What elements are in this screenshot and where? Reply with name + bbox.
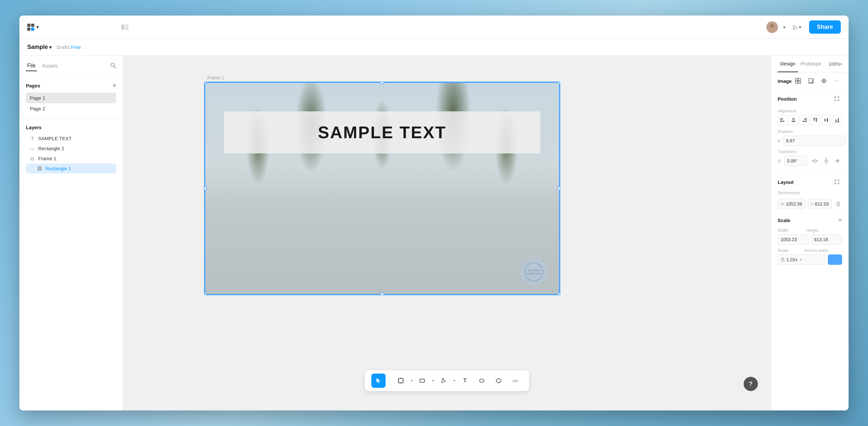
user-avatar-button[interactable] bbox=[766, 21, 778, 33]
svg-point-7 bbox=[525, 263, 543, 281]
svg-rect-10 bbox=[399, 379, 403, 383]
align-top-button[interactable] bbox=[810, 115, 820, 125]
scale-dropdown-container[interactable]: 1.01x ▾ bbox=[778, 255, 825, 265]
tab-prototype[interactable]: Prototype bbox=[798, 56, 824, 72]
app-name-dropdown[interactable]: ▾ bbox=[36, 24, 39, 30]
sidebar-tab-file[interactable]: File bbox=[26, 61, 37, 71]
selection-handle-br[interactable] bbox=[557, 292, 560, 295]
selection-handle-bm[interactable] bbox=[380, 292, 384, 295]
page-1-label: Page 1 bbox=[30, 95, 45, 101]
height-label: H bbox=[811, 202, 814, 206]
play-icon: ▷ bbox=[793, 24, 798, 31]
transform-label: Transform bbox=[778, 149, 797, 154]
align-left-button[interactable] bbox=[778, 115, 787, 125]
project-bar: Sample ▾ Drafts Free bbox=[20, 39, 848, 56]
pen-tool-dropdown[interactable]: ▾ bbox=[454, 379, 455, 383]
layer-frame-1[interactable]: ⊟ Frame 1 bbox=[26, 154, 116, 163]
width-field[interactable]: W 1052.56 bbox=[778, 199, 805, 209]
tool-frame-button[interactable] bbox=[394, 373, 408, 388]
flip-h-icon[interactable] bbox=[811, 156, 819, 166]
layer-rectangle-2[interactable]: — Rectangle 2 bbox=[26, 143, 116, 154]
play-dropdown-arrow[interactable]: ▾ bbox=[799, 25, 801, 29]
text-layer-icon: T bbox=[29, 136, 36, 141]
canvas-area[interactable]: Frame 1 SAMPLE TEXT MOUNTAIN ADVENTURE bbox=[123, 56, 771, 411]
svg-rect-20 bbox=[798, 78, 801, 80]
align-center-h-button[interactable] bbox=[789, 115, 798, 125]
zoom-indicator[interactable]: 100% bbox=[829, 62, 840, 67]
svg-rect-22 bbox=[798, 81, 801, 84]
scale-dropdown-arrow[interactable]: ▾ bbox=[800, 258, 802, 262]
position-expand-icon[interactable] bbox=[832, 94, 842, 104]
watermark-icon: MOUNTAIN ADVENTURE bbox=[524, 262, 544, 282]
rect-tool-dropdown[interactable]: ▾ bbox=[432, 379, 434, 383]
layout-expand-icon[interactable] bbox=[832, 177, 842, 187]
more-transform-icon[interactable] bbox=[833, 156, 842, 166]
svg-rect-21 bbox=[796, 81, 798, 84]
tool-pen-button[interactable] bbox=[437, 373, 451, 388]
svg-rect-40 bbox=[816, 118, 817, 122]
bottom-toolbar: ▾ ▾ ▾ T bbox=[365, 370, 529, 391]
height-field[interactable]: H 612.03 bbox=[808, 199, 832, 209]
project-name[interactable]: Sample ▾ bbox=[27, 44, 52, 51]
tool-ellipse-button[interactable] bbox=[475, 373, 489, 388]
dimensions-label: Dimensions bbox=[778, 190, 800, 195]
image-crop-icon[interactable] bbox=[819, 76, 829, 86]
share-button[interactable]: Share bbox=[809, 21, 841, 34]
project-dropdown-arrow[interactable]: ▾ bbox=[49, 45, 52, 50]
svg-point-25 bbox=[823, 80, 825, 81]
layer-rectangle-1[interactable]: 🖼 Rectangle 1 bbox=[26, 163, 116, 173]
scale-anchor-labels: Scale Anchor point bbox=[778, 248, 828, 253]
more-transform-icon-svg bbox=[835, 158, 840, 163]
zoom-dropdown-arrow[interactable]: ▾ bbox=[840, 62, 842, 66]
tab-design[interactable]: Design bbox=[778, 56, 798, 72]
canvas-frame[interactable]: SAMPLE TEXT MOUNTAIN ADVENTURE bbox=[204, 81, 560, 295]
lock-ratio-icon[interactable] bbox=[834, 199, 842, 209]
play-button[interactable]: ▷ ▾ bbox=[790, 22, 804, 33]
avatar-dropdown-arrow[interactable]: ▾ bbox=[783, 25, 785, 30]
align-bottom-button[interactable] bbox=[832, 115, 842, 125]
svg-rect-39 bbox=[814, 118, 814, 121]
layer-name-rect1: Rectangle 1 bbox=[45, 166, 71, 171]
align-middle-v-button[interactable] bbox=[822, 115, 831, 125]
page-item-1[interactable]: Page 1 bbox=[26, 93, 116, 103]
tool-code-button[interactable]: </> bbox=[508, 373, 523, 388]
tool-text-button[interactable]: T bbox=[458, 373, 472, 388]
layer-sample-text[interactable]: T SAMPLE TEXT bbox=[26, 133, 116, 143]
layer-name-rect2: Rectangle 2 bbox=[38, 146, 64, 151]
svg-rect-37 bbox=[803, 121, 806, 122]
logo-button[interactable]: ▾ bbox=[27, 24, 39, 31]
pen-tool-icon bbox=[440, 378, 447, 384]
layer-name-frame1: Frame 1 bbox=[38, 156, 56, 161]
search-icon[interactable] bbox=[110, 62, 116, 70]
help-button[interactable]: ? bbox=[744, 377, 758, 391]
scale-width-input[interactable] bbox=[778, 234, 809, 245]
scale-inputs-row bbox=[778, 234, 842, 245]
flip-v-icon[interactable] bbox=[822, 156, 831, 166]
image-grid-icon[interactable] bbox=[793, 76, 803, 86]
page-item-2[interactable]: Page 2 bbox=[26, 103, 116, 114]
flip-horizontal-icon-svg bbox=[812, 158, 817, 163]
image-resize-icon[interactable] bbox=[806, 76, 816, 86]
svg-line-6 bbox=[114, 66, 116, 68]
align-right-button[interactable] bbox=[800, 115, 809, 125]
image-panel-label: Image bbox=[778, 78, 792, 84]
tool-polygon-button[interactable] bbox=[492, 373, 506, 388]
more-dots-label: ··· bbox=[834, 78, 839, 84]
add-page-button[interactable]: + bbox=[113, 82, 116, 89]
scale-height-input[interactable] bbox=[811, 234, 842, 245]
close-scale-button[interactable]: ✕ bbox=[838, 217, 842, 223]
image-more-icon[interactable]: ··· bbox=[832, 76, 842, 86]
frame-tool-dropdown[interactable]: ▾ bbox=[411, 379, 413, 383]
align-bottom-icon bbox=[835, 118, 839, 122]
panel-toggle-button[interactable] bbox=[119, 21, 131, 33]
position-x-input[interactable] bbox=[783, 136, 846, 146]
sidebar-tab-assets[interactable]: Assets bbox=[41, 61, 59, 71]
tool-rect-button[interactable] bbox=[415, 373, 430, 388]
align-middle-v-icon bbox=[824, 118, 829, 122]
layer-name-sample-text: SAMPLE TEXT bbox=[38, 136, 71, 141]
x-label: X bbox=[778, 138, 780, 143]
tool-select-button[interactable] bbox=[371, 373, 386, 388]
selection-handle-mr[interactable] bbox=[557, 186, 560, 191]
anchor-point-box[interactable] bbox=[828, 255, 842, 265]
transform-input[interactable] bbox=[784, 156, 807, 166]
